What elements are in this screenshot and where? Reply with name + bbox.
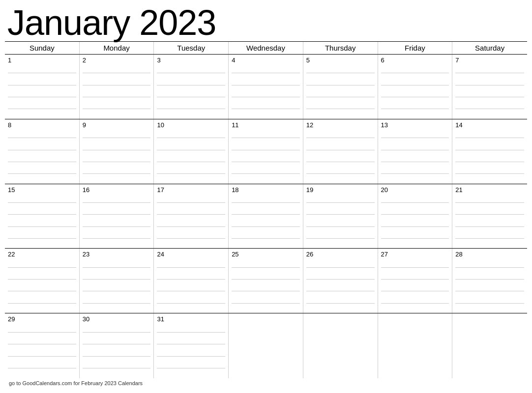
calendar-cell-13: 13 xyxy=(378,119,453,184)
day-header-friday: Friday xyxy=(378,42,453,54)
write-line xyxy=(8,214,76,215)
day-number-7: 7 xyxy=(455,56,524,64)
write-line xyxy=(157,267,225,268)
write-line xyxy=(306,85,375,85)
write-line xyxy=(381,138,449,138)
write-line xyxy=(157,332,225,333)
write-line xyxy=(83,279,151,280)
write-line xyxy=(455,202,524,203)
write-line xyxy=(83,202,151,203)
write-line xyxy=(306,279,375,280)
write-line xyxy=(83,109,151,109)
write-line xyxy=(232,267,300,268)
write-line xyxy=(306,214,375,215)
calendar-cell-11: 11 xyxy=(229,119,303,184)
day-number-8: 8 xyxy=(8,121,76,129)
line-group-2 xyxy=(83,65,151,117)
calendar-cell-1: 1 xyxy=(5,55,80,119)
day-header-tuesday: Tuesday xyxy=(154,42,229,54)
calendar-cell-16: 16 xyxy=(80,184,154,249)
write-line xyxy=(157,97,225,97)
calendar-cell-25: 25 xyxy=(229,249,303,313)
day-number-30: 30 xyxy=(83,315,151,323)
write-line xyxy=(8,85,76,85)
calendar-cell-19: 19 xyxy=(303,184,378,249)
write-line xyxy=(8,303,76,304)
day-number-11: 11 xyxy=(232,121,300,129)
line-group-9 xyxy=(83,130,151,182)
day-headers: SundayMondayTuesdayWednesdayThursdayFrid… xyxy=(5,42,527,55)
calendar-cell-14: 14 xyxy=(452,119,527,184)
write-line xyxy=(306,226,375,227)
write-line xyxy=(83,303,151,304)
write-line xyxy=(455,162,524,162)
write-line xyxy=(8,97,76,97)
calendar-cell-15: 15 xyxy=(5,184,80,249)
day-number-5: 5 xyxy=(306,56,375,64)
write-line xyxy=(83,73,151,73)
line-group-21 xyxy=(455,195,524,247)
calendar-cell-empty xyxy=(378,313,453,378)
write-line xyxy=(157,356,225,357)
line-group-19 xyxy=(306,195,375,247)
line-group-22 xyxy=(8,259,76,311)
calendar-cell-30: 30 xyxy=(80,313,154,378)
write-line xyxy=(455,173,524,174)
write-line xyxy=(157,368,225,368)
write-line xyxy=(381,267,449,268)
write-line xyxy=(381,202,449,203)
write-line xyxy=(83,214,151,215)
write-line xyxy=(157,238,225,239)
day-number-1: 1 xyxy=(8,56,76,64)
write-line xyxy=(157,73,225,73)
write-line xyxy=(381,291,449,291)
line-group-14 xyxy=(455,130,524,182)
write-line xyxy=(157,162,225,162)
write-line xyxy=(306,138,375,138)
calendar-cell-22: 22 xyxy=(5,249,80,313)
write-line xyxy=(455,267,524,268)
write-line xyxy=(83,238,151,239)
calendar-row-4: 22232425262728 xyxy=(5,249,527,313)
line-group-6 xyxy=(381,65,449,117)
calendar-cell-6: 6 xyxy=(378,55,453,119)
line-group-4 xyxy=(232,65,300,117)
calendar-page: January 2023 SundayMondayTuesdayWednesda… xyxy=(0,0,532,393)
write-line xyxy=(83,368,151,368)
write-line xyxy=(83,138,151,138)
line-group-15 xyxy=(8,195,76,247)
day-number-14: 14 xyxy=(455,121,524,129)
write-line xyxy=(455,303,524,304)
write-line xyxy=(83,267,151,268)
write-line xyxy=(157,344,225,344)
write-line xyxy=(381,162,449,162)
write-line xyxy=(157,85,225,85)
line-group-13 xyxy=(381,130,449,182)
line-group-31 xyxy=(157,324,225,376)
write-line xyxy=(455,150,524,150)
write-line xyxy=(8,291,76,291)
write-line xyxy=(83,85,151,85)
write-line xyxy=(232,97,300,97)
day-number-26: 26 xyxy=(306,251,375,258)
calendar-cell-18: 18 xyxy=(229,184,303,249)
write-line xyxy=(8,238,76,239)
write-line xyxy=(455,291,524,291)
calendar-cell-20: 20 xyxy=(378,184,453,249)
day-number-10: 10 xyxy=(157,121,225,129)
write-line xyxy=(232,202,300,203)
line-group-17 xyxy=(157,195,225,247)
write-line xyxy=(83,291,151,291)
day-number-16: 16 xyxy=(83,186,151,194)
calendar-cell-5: 5 xyxy=(303,55,378,119)
write-line xyxy=(232,279,300,280)
day-number-20: 20 xyxy=(381,186,449,194)
line-group-18 xyxy=(232,195,300,247)
day-number-27: 27 xyxy=(381,251,449,258)
day-header-monday: Monday xyxy=(80,42,154,54)
footer: go to GoodCalendars.com for February 202… xyxy=(5,378,527,388)
write-line xyxy=(8,173,76,174)
day-number-21: 21 xyxy=(455,186,524,194)
calendar-cell-23: 23 xyxy=(80,249,154,313)
line-group-25 xyxy=(232,259,300,311)
